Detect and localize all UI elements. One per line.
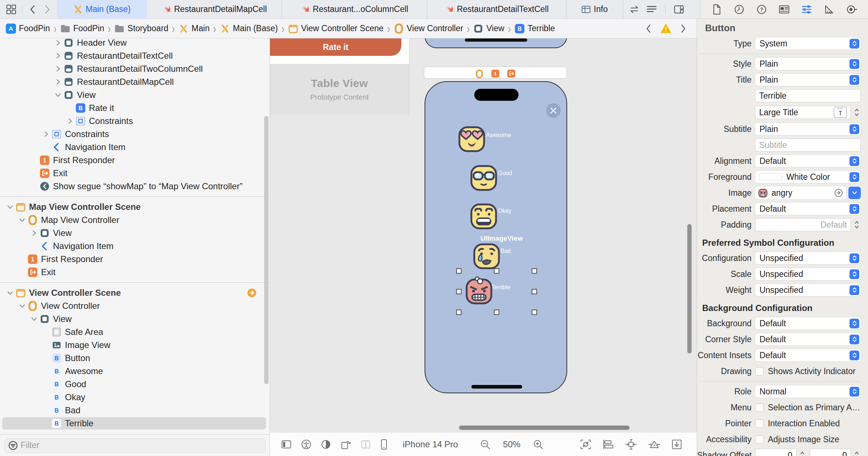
add-constraints-icon[interactable] xyxy=(625,439,637,450)
canvas-horizontal-scrollbar[interactable] xyxy=(459,426,630,430)
rating-bad[interactable] xyxy=(472,241,501,271)
history-inspector-icon[interactable] xyxy=(733,3,745,16)
shadow-offset-field[interactable]: 0 xyxy=(810,449,851,456)
forward-button[interactable] xyxy=(41,3,53,16)
role-popup[interactable]: Normal xyxy=(755,385,861,398)
breadcrumb-item-foodpin[interactable]: FoodPin xyxy=(6,24,50,34)
stepper-control[interactable] xyxy=(853,219,861,231)
update-frames-icon[interactable] xyxy=(580,439,591,450)
zoom-out-icon[interactable] xyxy=(480,439,491,450)
subtitle-popup[interactable]: Plain xyxy=(755,123,861,135)
disclosure-down-icon[interactable] xyxy=(6,289,15,297)
outline-row-map-view-controller-scene[interactable]: Map View Controller Scene xyxy=(0,200,270,214)
placement-popup[interactable]: Default xyxy=(755,203,861,215)
tab-restaurant-ocolumncell[interactable]: Restaurant...oColumnCell xyxy=(282,0,427,18)
configuration-popup[interactable]: Unspecified xyxy=(755,252,861,264)
alignment-popup[interactable]: Default xyxy=(755,155,861,167)
disclosure-right-icon[interactable] xyxy=(42,130,50,138)
accessibility-icon[interactable] xyxy=(301,439,311,449)
outline-row-bad[interactable]: BBad xyxy=(0,404,270,417)
embed-icon[interactable] xyxy=(671,439,682,450)
outline-row-view-controller[interactable]: View Controller xyxy=(0,299,270,312)
orientation-icon[interactable] xyxy=(340,439,351,449)
pointer-checkbox[interactable] xyxy=(755,419,763,428)
warning-icon[interactable] xyxy=(660,22,672,35)
next-issue-icon[interactable] xyxy=(677,22,689,35)
appearance-icon[interactable] xyxy=(321,439,331,449)
disclosure-down-icon[interactable] xyxy=(54,91,62,99)
resize-handle[interactable] xyxy=(494,310,499,315)
font-picker-icon[interactable]: •••T xyxy=(834,107,847,118)
device-icon[interactable] xyxy=(380,439,388,450)
identity-inspector-icon[interactable] xyxy=(778,3,790,16)
resize-handle[interactable] xyxy=(532,289,537,294)
content-insets-popup[interactable]: Default xyxy=(755,349,861,361)
disclosure-right-icon[interactable] xyxy=(54,51,62,60)
tab-main-base-[interactable]: Main (Base) xyxy=(57,0,147,18)
outline-row-exit[interactable]: Exit xyxy=(0,266,270,279)
outline-row-view-controller-scene[interactable]: View Controller Scene xyxy=(0,286,270,299)
disclosure-down-icon[interactable] xyxy=(18,302,26,310)
outline-row-good[interactable]: BGood xyxy=(0,378,270,391)
foreground-color-popup[interactable]: White Color xyxy=(755,171,861,183)
align-icon[interactable] xyxy=(602,439,614,449)
terrible-field[interactable]: Terrible xyxy=(755,89,861,102)
storyboard-canvas[interactable]: Rate it Table View Prototype Content 1 A… xyxy=(270,38,697,432)
resize-handle[interactable] xyxy=(456,268,462,274)
outline-row-button[interactable]: BButton xyxy=(0,352,270,365)
outline-row-okay[interactable]: BOkay xyxy=(0,391,270,404)
connections-inspector-icon[interactable] xyxy=(846,3,858,16)
rating-okay[interactable] xyxy=(469,201,499,231)
zoom-in-icon[interactable] xyxy=(533,439,544,450)
outline-row-terrible[interactable]: BTerrible xyxy=(0,417,270,430)
exit-dock-icon[interactable] xyxy=(507,69,515,77)
font-field[interactable]: Large Title•••T xyxy=(755,106,851,119)
zoom-level[interactable]: 50% xyxy=(503,439,520,449)
stepper-control[interactable] xyxy=(798,449,806,456)
resize-handle[interactable] xyxy=(456,289,462,294)
code-review-icon[interactable] xyxy=(628,3,640,16)
outline-row-rate-it[interactable]: BRate it xyxy=(0,101,270,115)
corner-style-popup[interactable]: Default xyxy=(755,333,861,345)
weight-popup[interactable]: Unspecified xyxy=(755,284,861,296)
help-inspector-icon[interactable]: ? xyxy=(756,3,768,16)
breadcrumb-item-foodpin[interactable]: FoodPin xyxy=(60,24,105,34)
back-button[interactable] xyxy=(26,3,39,16)
resize-handle[interactable] xyxy=(494,268,499,274)
split-view-icon[interactable] xyxy=(361,439,371,449)
resize-handle[interactable] xyxy=(532,310,537,315)
breadcrumb-item-terrible[interactable]: BTerrible xyxy=(515,24,555,34)
tab-restaurantdetailtextcell[interactable]: RestaurantDetailTextCell xyxy=(427,0,566,18)
stepper-control[interactable] xyxy=(853,449,861,456)
stepper-control[interactable] xyxy=(853,106,861,119)
breadcrumb-item-view-controller[interactable]: View Controller xyxy=(394,24,463,34)
disclosure-right-icon[interactable] xyxy=(30,229,38,237)
outline-row-safe-area[interactable]: Safe Area xyxy=(0,326,270,339)
disclosure-right-icon[interactable] xyxy=(66,117,74,125)
entry-arrow-icon[interactable] xyxy=(247,288,257,298)
image-field[interactable]: angry xyxy=(755,186,846,199)
padding-field[interactable]: Default xyxy=(755,218,851,231)
add-editor-icon[interactable] xyxy=(673,3,685,16)
tab-restaurantdetailmapcell[interactable]: RestaurantDetailMapCell xyxy=(147,0,282,18)
outline-row-view[interactable]: View xyxy=(0,88,270,101)
type-popup[interactable]: System xyxy=(755,37,861,50)
outline-row-awesome[interactable]: BAwesome xyxy=(0,365,270,378)
breadcrumb-item-main[interactable]: Main xyxy=(179,24,210,34)
disclosure-right-icon[interactable] xyxy=(54,38,62,47)
resize-handle[interactable] xyxy=(456,310,462,315)
table-view-prototype[interactable]: Table View Prototype Content xyxy=(270,64,409,115)
adjust-editor-icon[interactable] xyxy=(646,3,658,16)
related-items-icon[interactable] xyxy=(5,3,17,16)
outline-row-show-segue-showmap-to-map-view-controlle[interactable]: Show segue “showMap” to “Map View Contro… xyxy=(0,180,270,193)
outline-row-view[interactable]: View xyxy=(0,312,270,326)
tab-info[interactable]: Info xyxy=(566,0,623,18)
breadcrumb-item-main-base-[interactable]: Main (Base) xyxy=(220,24,278,34)
shadow-offset-field[interactable]: 0 xyxy=(755,449,797,456)
resize-handle[interactable] xyxy=(532,268,537,274)
subtitle-field[interactable]: Subtitle xyxy=(755,138,861,152)
breadcrumb-item-view[interactable]: View xyxy=(473,24,504,34)
rating-good[interactable] xyxy=(469,163,499,192)
outline-row-constraints[interactable]: Constraints xyxy=(0,128,270,141)
outline-row-restaurantdetailtextcell[interactable]: RestaurantDetailTextCell xyxy=(0,49,270,62)
